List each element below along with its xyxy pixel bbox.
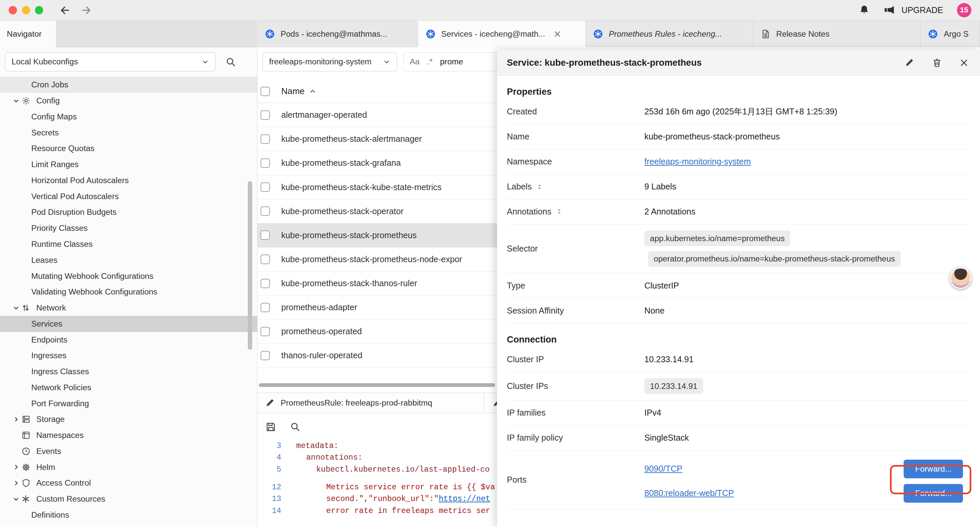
close-window-button[interactable] <box>9 6 17 14</box>
tab-pods-icecheng-mathmas[interactable]: Pods - icecheng@mathmas... <box>258 21 418 48</box>
sidebar-item-network[interactable]: Network <box>0 300 257 316</box>
namespace-link[interactable]: freeleaps-monitoring-system <box>644 157 751 166</box>
notification-count-badge[interactable]: 15 <box>957 3 971 18</box>
pencil-icon <box>265 398 275 408</box>
chevron-down-icon[interactable] <box>11 304 21 312</box>
forward-button[interactable]: Forward... <box>904 460 963 478</box>
badge-list: app.kubernetes.io/name=prometheusoperato… <box>644 224 900 273</box>
tab-release-notes[interactable]: Release Notes <box>753 21 921 48</box>
sidebar-search-icon[interactable] <box>226 57 236 67</box>
row-checkbox[interactable] <box>261 110 270 120</box>
chevron-right-icon[interactable] <box>11 463 21 471</box>
chevron-right-icon[interactable] <box>11 480 21 487</box>
sidebar-item-mutating-webhook-configurations[interactable]: Mutating Webhook Configurations <box>0 268 257 284</box>
sidebar-item-namespaces[interactable]: Namespaces <box>0 427 257 443</box>
regex-toggle[interactable]: .* <box>427 57 433 66</box>
name-column-header[interactable]: Name <box>281 86 317 96</box>
forward-button[interactable]: Forward... <box>904 484 963 503</box>
tab-label: Argo S <box>943 29 968 39</box>
editor-search-icon[interactable] <box>290 422 301 432</box>
detail-label: Ports <box>507 475 644 485</box>
port-line: 8080:reloader-web/TCPForward... <box>644 481 970 505</box>
namespace-filter-dropdown[interactable]: freeleaps-monitoring-system <box>262 53 397 71</box>
sidebar-item-pod-disruption-budgets[interactable]: Pod Disruption Budgets <box>0 204 257 220</box>
tab-services-icecheng-math[interactable]: Services - icecheng@math... <box>418 21 585 48</box>
sidebar-item-network-policies[interactable]: Network Policies <box>0 380 257 396</box>
sidebar-item-config-maps[interactable]: Config Maps <box>0 109 257 125</box>
row-checkbox[interactable] <box>261 351 270 360</box>
kubeconfig-selector[interactable]: Local Kubeconfigs <box>5 53 215 71</box>
tab-argo-s[interactable]: Argo S <box>921 21 980 48</box>
sidebar-item-horizontal-pod-autoscalers[interactable]: Horizontal Pod Autoscalers <box>0 172 257 188</box>
sidebar-item-port-forwarding[interactable]: Port Forwarding <box>0 396 257 412</box>
sidebar-item-priority-classes[interactable]: Priority Classes <box>0 220 257 236</box>
save-icon[interactable] <box>266 422 276 432</box>
sidebar-item-access-control[interactable]: Access Control <box>0 475 257 491</box>
row-checkbox[interactable] <box>261 182 270 192</box>
resource-tree: Cron JobsConfigConfig MapsSecretsResourc… <box>0 77 257 527</box>
horizontal-scrollbar[interactable] <box>259 383 495 387</box>
token-string: Metrics service error rate is {{ $va <box>326 483 495 492</box>
navigator-panel-tab[interactable]: Navigator <box>0 21 56 48</box>
drawer-header: Service: kube-prometheus-stack-prometheu… <box>497 50 980 76</box>
minimize-window-button[interactable] <box>22 6 30 14</box>
sidebar-item-cron-jobs[interactable]: Cron Jobs <box>0 77 257 93</box>
sidebar-item-resource-quotas[interactable]: Resource Quotas <box>0 141 257 157</box>
sort-caret-up-icon <box>309 88 316 95</box>
row-checkbox[interactable] <box>261 327 270 336</box>
service-detail-drawer: Service: kube-prometheus-stack-prometheu… <box>497 50 980 527</box>
sidebar-item-ingress-classes[interactable]: Ingress Classes <box>0 363 257 380</box>
sidebar-item-secrets[interactable]: Secrets <box>0 125 257 141</box>
namespace-filter-value: freeleaps-monitoring-system <box>269 57 372 66</box>
maximize-window-button[interactable] <box>35 6 43 14</box>
row-checkbox[interactable] <box>261 279 270 288</box>
sort-updown-icon[interactable] <box>536 183 543 191</box>
cluster-tabs: Pods - icecheng@mathmas...Services - ice… <box>258 21 980 48</box>
sidebar-item-vertical-pod-autoscalers[interactable]: Vertical Pod Autoscalers <box>0 188 257 204</box>
sidebar-item-storage[interactable]: Storage <box>0 412 257 428</box>
row-checkbox[interactable] <box>261 255 270 264</box>
back-icon[interactable] <box>59 5 71 16</box>
sidebar-scrollbar[interactable] <box>248 181 252 350</box>
sidebar-item-leases[interactable]: Leases <box>0 252 257 268</box>
forward-icon[interactable] <box>81 5 92 16</box>
sidebar-item-custom-resources[interactable]: Custom Resources <box>0 491 257 507</box>
row-checkbox[interactable] <box>261 231 270 240</box>
sidebar-item-runtime-classes[interactable]: Runtime Classes <box>0 236 257 252</box>
sidebar-item-label: Vertical Pod Autoscalers <box>31 192 119 201</box>
sidebar-item-validating-webhook-configurations[interactable]: Validating Webhook Configurations <box>0 284 257 300</box>
sidebar-item-helm[interactable]: Helm <box>0 459 257 475</box>
service-name: thanos-ruler-operated <box>281 350 362 360</box>
chevron-right-icon[interactable] <box>11 416 21 423</box>
service-name: prometheus-adapter <box>281 303 357 312</box>
sort-updown-icon[interactable] <box>556 207 563 215</box>
sidebar-item-definitions[interactable]: Definitions <box>0 507 257 523</box>
sidebar-item-events[interactable]: Events <box>0 443 257 459</box>
edit-pencil-icon[interactable] <box>904 58 914 68</box>
service-name: kube-prometheus-stack-grafana <box>281 158 401 168</box>
sidebar-item-endpoints[interactable]: Endpoints <box>0 332 257 348</box>
trash-icon[interactable] <box>932 58 942 68</box>
upgrade-button[interactable]: UPGRADE <box>883 5 943 15</box>
detail-row-namespace: Namespacefreeleaps-monitoring-system <box>507 150 970 174</box>
sidebar-item-config[interactable]: Config <box>0 93 257 109</box>
row-checkbox[interactable] <box>261 303 270 312</box>
row-checkbox[interactable] <box>261 158 270 168</box>
row-checkbox[interactable] <box>261 134 270 144</box>
port-link[interactable]: 8080:reloader-web/TCP <box>644 488 734 498</box>
network-icon <box>21 303 34 312</box>
chevron-down-icon[interactable] <box>11 496 21 503</box>
sidebar-item-services[interactable]: Services <box>0 316 257 332</box>
close-icon[interactable] <box>959 58 969 67</box>
tab-prometheus-rules-icecheng[interactable]: Prometheus Rules - icecheng... <box>586 21 753 48</box>
notifications-bell-icon[interactable] <box>859 5 870 15</box>
match-case-toggle[interactable]: Aa <box>410 57 420 66</box>
port-link[interactable]: 9090/TCP <box>644 464 682 474</box>
close-tab-icon[interactable] <box>554 30 562 38</box>
select-all-checkbox[interactable] <box>261 87 270 96</box>
sidebar-item-ingresses[interactable]: Ingresses <box>0 347 257 363</box>
sidebar-item-limit-ranges[interactable]: Limit Ranges <box>0 156 257 172</box>
dock-tab-prometheusrule[interactable]: PrometheusRule: freeleaps-prod-rabbitmq <box>258 393 484 413</box>
row-checkbox[interactable] <box>261 207 270 216</box>
chevron-down-icon[interactable] <box>11 97 21 104</box>
